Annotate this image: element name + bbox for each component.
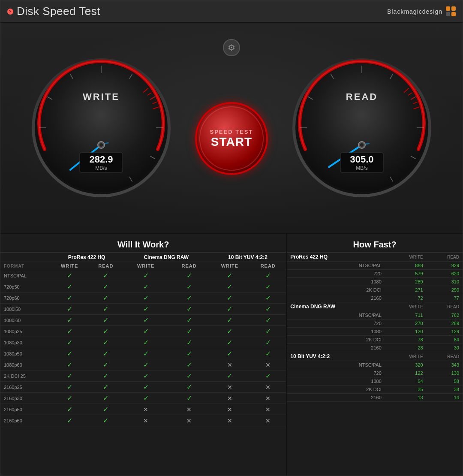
group-name: 10 Bit YUV 4:2:2 — [287, 352, 386, 361]
check-icon: ✓ — [265, 350, 271, 357]
check-icon: ✓ — [186, 305, 192, 313]
list-item: 720270289 — [287, 319, 463, 328]
compatibility-cell: ✓ — [123, 326, 169, 337]
how-fast-title: How Fast? — [287, 234, 463, 253]
check-icon: ✓ — [103, 328, 108, 335]
check-icon: ✓ — [186, 361, 192, 368]
write-gauge: WRITE 282.9 MB/s — [28, 55, 174, 201]
will-it-work-table: ProRes 422 HQ Cinema DNG RAW 10 Bit YUV … — [0, 253, 286, 426]
compatibility-cell: ✓ — [89, 415, 123, 426]
write-value: 78 — [387, 336, 427, 344]
compatibility-cell: ✓ — [50, 326, 89, 337]
write-value: 289 — [387, 278, 427, 286]
compatibility-cell: ✓ — [123, 382, 169, 393]
resolution-label: 2K DCI — [287, 286, 386, 294]
svg-point-46 — [360, 143, 364, 147]
dng-write-header: WRITE — [123, 262, 169, 270]
yuv-group-header: 10 Bit YUV 4:2:2 — [210, 253, 286, 262]
compatibility-cell: ✕ — [210, 415, 250, 426]
compatibility-cell: ✓ — [250, 281, 286, 292]
check-icon: ✓ — [67, 350, 72, 357]
check-icon: ✓ — [227, 350, 232, 357]
read-value: 343 — [427, 361, 463, 369]
compatibility-cell: ✓ — [123, 292, 169, 304]
compatibility-cell: ✕ — [210, 382, 250, 393]
check-icon: ✓ — [265, 283, 271, 290]
cross-icon: ✕ — [227, 406, 232, 413]
app-title: Disk Speed Test — [17, 5, 387, 18]
table-row: 720p60✓✓✓✓✓✓ — [0, 292, 286, 304]
svg-text:305.0: 305.0 — [350, 154, 374, 165]
write-col-header: WRITE — [387, 302, 427, 311]
cross-icon: ✕ — [227, 384, 232, 391]
compatibility-cell: ✓ — [89, 292, 123, 304]
check-icon: ✓ — [67, 372, 72, 380]
format-label: 2160p30 — [0, 393, 50, 404]
table-row: 2160p25✓✓✓✓✕✕ — [0, 382, 286, 393]
list-item: NTSC/PAL868929 — [287, 262, 463, 270]
compatibility-cell: ✕ — [123, 404, 169, 415]
compatibility-cell: ✓ — [123, 371, 169, 382]
compatibility-cell: ✓ — [123, 393, 169, 404]
resolution-label: 1080 — [287, 377, 386, 386]
format-label: 720p60 — [0, 292, 50, 304]
dot-2 — [451, 6, 456, 11]
speed-test-start-button[interactable]: SPEED TEST START — [195, 102, 268, 175]
close-button[interactable] — [7, 9, 13, 15]
check-icon: ✓ — [143, 350, 149, 357]
compatibility-cell: ✓ — [50, 393, 89, 404]
prores-write-header: WRITE — [50, 262, 89, 270]
check-icon: ✓ — [227, 339, 232, 346]
dot-3 — [446, 12, 450, 16]
table-row: NTSC/PAL✓✓✓✓✓✓ — [0, 270, 286, 281]
compatibility-cell: ✓ — [210, 270, 250, 281]
compatibility-cell: ✕ — [210, 393, 250, 404]
settings-button[interactable]: ⚙ — [223, 39, 240, 56]
table-row: 1080p30✓✓✓✓✓✓ — [0, 337, 286, 348]
compatibility-cell: ✓ — [50, 304, 89, 315]
compatibility-cell: ✓ — [169, 359, 210, 371]
check-icon: ✓ — [227, 272, 232, 279]
compatibility-cell: ✓ — [250, 348, 286, 359]
check-icon: ✓ — [143, 395, 149, 402]
compatibility-cell: ✓ — [210, 304, 250, 315]
check-icon: ✓ — [67, 328, 72, 335]
speed-test-label-line2: START — [211, 135, 252, 149]
table-row: 2160p60✓✓✕✕✕✕ — [0, 415, 286, 426]
format-label: 1080p30 — [0, 337, 50, 348]
table-row: 720p50✓✓✓✓✓✓ — [0, 281, 286, 292]
compatibility-cell: ✓ — [123, 359, 169, 371]
check-icon: ✓ — [67, 316, 72, 324]
compatibility-cell: ✓ — [50, 371, 89, 382]
write-value: 711 — [387, 311, 427, 319]
check-icon: ✓ — [186, 339, 192, 346]
write-value: 270 — [387, 319, 427, 328]
check-icon: ✓ — [143, 328, 149, 335]
svg-text:WRITE: WRITE — [83, 91, 120, 102]
resolution-label: NTSC/PAL — [287, 361, 386, 369]
compatibility-cell: ✓ — [50, 337, 89, 348]
check-icon: ✓ — [143, 372, 149, 380]
read-value: 310 — [427, 278, 463, 286]
compatibility-cell: ✓ — [123, 315, 169, 326]
compatibility-cell: ✓ — [89, 393, 123, 404]
compatibility-cell: ✓ — [89, 371, 123, 382]
brand-name: Blackmagicdesign — [387, 8, 442, 15]
speed-test-label-line1: SPEED TEST — [210, 129, 253, 135]
brand-dots — [446, 6, 456, 16]
compatibility-cell: ✓ — [169, 292, 210, 304]
svg-point-21 — [99, 143, 103, 147]
format-label: NTSC/PAL — [0, 270, 50, 281]
resolution-label: 2160 — [287, 394, 386, 402]
check-icon: ✓ — [67, 294, 72, 301]
check-icon: ✓ — [103, 406, 108, 413]
format-label: 720p50 — [0, 281, 50, 292]
check-icon: ✓ — [186, 272, 192, 279]
group-name: ProRes 422 HQ — [287, 253, 386, 262]
cross-icon: ✕ — [227, 417, 232, 424]
resolution-label: 2160 — [287, 294, 386, 302]
compatibility-cell: ✓ — [89, 326, 123, 337]
check-icon: ✓ — [103, 417, 108, 424]
compatibility-cell: ✓ — [169, 326, 210, 337]
compatibility-cell: ✓ — [123, 348, 169, 359]
